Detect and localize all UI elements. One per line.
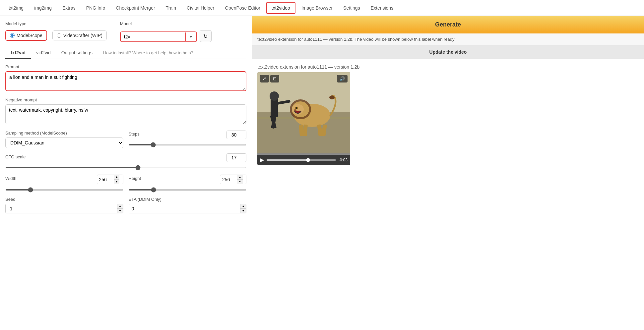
video-section: text2video extension for auto1111 — vers… — [252, 59, 644, 170]
svg-point-15 — [294, 109, 296, 111]
video-version-label: text2video extension for auto1111 — vers… — [257, 64, 639, 70]
eta-input-wrap: ▲ ▼ — [129, 204, 247, 213]
width-header: Width ▲ ▼ — [5, 175, 123, 184]
cfg-label: CFG scale — [5, 154, 26, 159]
cfg-slider[interactable] — [5, 167, 246, 168]
update-video-bar: Update the video — [252, 45, 644, 59]
steps-header: Steps — [129, 131, 247, 139]
tab-train[interactable]: Train — [161, 3, 181, 13]
tab-extras[interactable]: Extras — [58, 3, 80, 13]
progress-fill — [267, 159, 308, 161]
radio-videocrafter-label: VideoCrafter (WIP) — [63, 33, 102, 38]
radio-modelscope-input[interactable] — [10, 33, 15, 38]
model-type-section: Model type ModelScope VideoCrafter (WIP) — [5, 21, 107, 47]
model-input-group: ▼ — [120, 31, 197, 42]
tab-openpose-editor[interactable]: OpenPose Editor — [220, 3, 265, 13]
left-panel: Model type ModelScope VideoCrafter (WIP)… — [0, 16, 252, 330]
cfg-input[interactable] — [226, 153, 246, 162]
tab-txt2img[interactable]: txt2img — [4, 3, 28, 13]
steps-label: Steps — [129, 132, 140, 137]
width-decrement[interactable]: ▼ — [114, 180, 120, 184]
eta-label: ETA (DDIM Only) — [129, 197, 247, 202]
height-slider[interactable] — [129, 189, 247, 191]
tab-extensions[interactable]: Extensions — [366, 3, 398, 13]
model-input-section: Model ▼ ↻ — [120, 21, 212, 47]
prompt-input[interactable]: a lion and a man in a suit fighting — [5, 71, 246, 91]
video-overlay-controls: ⤢ ⊡ — [260, 75, 279, 82]
eta-spin-buttons: ▲ ▼ — [240, 204, 246, 213]
fullscreen-button[interactable]: ⤢ — [260, 75, 269, 82]
steps-input[interactable] — [226, 131, 246, 139]
snapshot-icon: ⊡ — [273, 76, 277, 81]
radio-modelscope[interactable]: ModelScope — [5, 30, 47, 41]
height-label: Height — [129, 176, 141, 181]
seed-input[interactable] — [6, 204, 117, 213]
steps-col: Steps — [129, 131, 247, 146]
play-button[interactable]: ▶ — [260, 157, 264, 163]
radio-videocrafter[interactable]: VideoCrafter (WIP) — [52, 30, 107, 40]
seed-col: Seed ▲ ▼ — [5, 197, 123, 213]
tab-png-info[interactable]: PNG Info — [82, 3, 110, 13]
height-col: Height ▲ ▼ — [129, 175, 247, 192]
height-spin-buttons: ▲ ▼ — [237, 175, 243, 184]
svg-point-14 — [296, 107, 297, 109]
snapshot-button[interactable]: ⊡ — [270, 75, 279, 82]
seed-eta-row: Seed ▲ ▼ ETA (DDIM Only) ▲ ▼ — [5, 197, 246, 213]
tab-how-to-install[interactable]: How to install? Where to get help, how t… — [98, 47, 199, 59]
tab-vid2vid[interactable]: vid2vid — [31, 47, 56, 59]
width-input[interactable] — [97, 176, 114, 184]
width-increment[interactable]: ▲ — [114, 175, 120, 180]
prompt-label: Prompt — [5, 64, 246, 69]
model-config-row: Model type ModelScope VideoCrafter (WIP)… — [5, 21, 246, 47]
tab-settings[interactable]: Settings — [339, 3, 365, 13]
svg-point-4 — [270, 91, 279, 101]
prompt-section: Prompt a lion and a man in a suit fighti… — [5, 64, 246, 92]
tab-txt2vid[interactable]: txt2vid — [5, 47, 31, 59]
eta-input[interactable] — [129, 204, 240, 213]
tab-checkpoint-merger[interactable]: Checkpoint Merger — [111, 3, 160, 13]
progress-bar[interactable] — [267, 159, 336, 161]
time-label: -0:03 — [339, 158, 348, 162]
radio-modelscope-label: ModelScope — [17, 33, 42, 38]
width-label: Width — [5, 176, 16, 181]
video-frame — [257, 72, 350, 153]
generate-button[interactable]: Generate — [252, 16, 644, 33]
height-increment[interactable]: ▲ — [237, 175, 243, 180]
eta-decrement[interactable]: ▼ — [240, 209, 246, 213]
eta-col: ETA (DDIM Only) ▲ ▼ — [129, 197, 247, 213]
height-header: Height ▲ ▼ — [129, 175, 247, 184]
top-navigation: txt2img img2img Extras PNG Info Checkpoi… — [0, 0, 644, 16]
play-icon: ▶ — [260, 157, 264, 163]
tab-img2img[interactable]: img2img — [30, 3, 56, 13]
sampling-select[interactable]: DDIM_Gaussian DDIM PLMS — [5, 138, 123, 148]
tab-txt2video[interactable]: txt2video — [266, 2, 295, 14]
radio-videocrafter-input[interactable] — [57, 33, 61, 38]
refresh-icon: ↻ — [203, 33, 208, 39]
sampling-label: Sampling method (ModelScope) — [5, 131, 123, 136]
height-input[interactable] — [220, 176, 237, 184]
model-type-options: ModelScope VideoCrafter (WIP) — [5, 30, 107, 41]
seed-decrement[interactable]: ▼ — [117, 209, 123, 213]
tab-output-settings[interactable]: Output settings — [56, 47, 98, 59]
height-decrement[interactable]: ▼ — [237, 180, 243, 184]
sampling-col: Sampling method (ModelScope) DDIM_Gaussi… — [5, 131, 123, 148]
steps-slider[interactable] — [129, 144, 247, 145]
tab-image-browser[interactable]: Image Browser — [297, 3, 337, 13]
inner-tabs: txt2vid vid2vid Output settings How to i… — [5, 47, 246, 59]
volume-icon: 🔊 — [340, 76, 345, 81]
negative-prompt-input[interactable]: text, watermark, copyright, blurry, nsfw — [5, 104, 246, 124]
model-refresh-button[interactable]: ↻ — [200, 30, 212, 42]
volume-button[interactable]: 🔊 — [337, 75, 348, 82]
sampling-steps-row: Sampling method (ModelScope) DDIM_Gaussi… — [5, 131, 246, 148]
model-dropdown-button[interactable]: ▼ — [185, 32, 196, 41]
model-input[interactable] — [121, 32, 185, 41]
width-slider[interactable] — [5, 189, 123, 191]
model-input-row: ▼ ↻ — [120, 30, 212, 42]
seed-input-wrap: ▲ ▼ — [5, 204, 123, 213]
main-layout: Model type ModelScope VideoCrafter (WIP)… — [0, 16, 644, 330]
tab-civitai-helper[interactable]: Civitai Helper — [182, 3, 219, 13]
seed-increment[interactable]: ▲ — [117, 204, 123, 209]
width-col: Width ▲ ▼ — [5, 175, 123, 192]
eta-increment[interactable]: ▲ — [240, 204, 246, 209]
seed-label: Seed — [5, 197, 123, 202]
